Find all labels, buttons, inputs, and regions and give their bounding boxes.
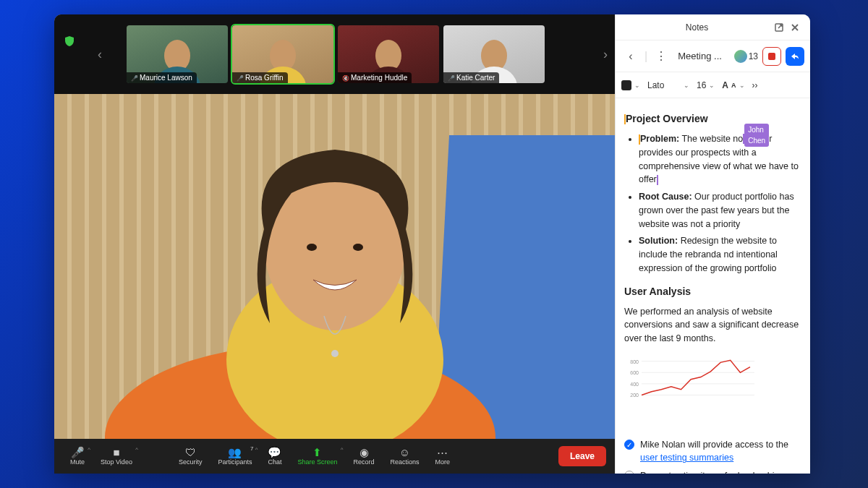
thumbnails-prev-button[interactable]: ‹ [98,47,102,62]
svg-point-12 [353,244,363,251]
task-item: Present action items for leadership (FRI… [624,469,801,474]
active-speaker-video[interactable] [54,94,615,439]
doc-more-icon[interactable]: ⋮ [652,47,671,66]
back-button[interactable]: ‹ [621,47,640,66]
meeting-controls: 🎤Mute^ ■Stop Video^ 🛡Security 👥Participa… [54,439,615,474]
security-button[interactable]: 🛡Security [171,444,210,468]
font-family-select[interactable]: Lato⌄ [647,80,689,90]
svg-text:800: 800 [630,359,639,364]
participants-button[interactable]: 👥Participants7^ [210,444,259,468]
record-button[interactable]: ◉Record [346,444,382,468]
analysis-paragraph: We performed an analysis of website conv… [624,305,801,346]
stop-video-button[interactable]: ■Stop Video^ [93,444,140,468]
reactions-button[interactable]: ☺Reactions [383,444,427,468]
participant-thumbnail[interactable]: Maurice Lawson [127,25,228,83]
task-list: Mike Nolan will provide access to the us… [624,438,801,474]
thumbnail-name-label: Marketing Huddle [338,72,412,83]
thumbnail-name-label: Maurice Lawson [127,72,197,83]
chat-button[interactable]: 💬Chat [260,444,289,468]
format-toolbar: ⌄ Lato⌄ 16⌄ AA⌄ ›› [616,72,810,98]
overview-bullet-list: Problem: The website noJohn Chen longer … [624,132,801,275]
svg-text:200: 200 [630,393,639,398]
notes-panel: Notes ‹ | ⋮ Meeting ... 13 ⌄ Lato⌄ [615,14,810,474]
share-doc-button[interactable] [786,47,804,66]
format-overflow-icon[interactable]: ›› [752,80,758,90]
share-screen-button[interactable]: ⬆Share Screen^ [290,444,344,468]
collaborator-cursor-tag: John Chen [744,124,769,147]
svg-point-11 [307,244,317,251]
thumbnail-strip: ‹ Maurice LawsonRosa GriffinMarketing Hu… [54,14,615,94]
thumbnail-name-label: Katie Carter [443,72,499,83]
leave-button[interactable]: Leave [558,446,606,466]
task-item: Mike Nolan will provide access to the us… [624,438,801,466]
heading-project-overview: Project Overview [624,111,801,127]
conversion-chart: 200400600800 [624,351,754,424]
task-link[interactable]: user testing summaries [640,453,733,463]
doc-title[interactable]: Meeting ... [675,51,729,61]
participant-thumbnail[interactable]: Katie Carter [443,25,545,83]
svg-text:400: 400 [630,382,639,387]
svg-text:600: 600 [630,370,639,375]
text-case-button[interactable]: AA⌄ [722,80,744,90]
participant-thumbnail[interactable]: Rosa Griffin [232,25,333,83]
viewer-count[interactable]: 13 [734,50,758,63]
notes-panel-title: Notes [623,22,771,33]
notes-header: Notes [616,14,810,40]
participant-thumbnail[interactable]: Marketing Huddle [338,25,439,83]
video-pane: ‹ Maurice LawsonRosa GriffinMarketing Hu… [54,14,615,474]
heading-user-analysis: User Analysis [624,284,801,299]
doc-body[interactable]: Project Overview Problem: The website no… [616,98,810,474]
bullet-item: Root Cause: Our product portfolio has gr… [639,190,801,231]
encryption-shield-icon [65,36,74,48]
close-icon[interactable] [787,20,803,35]
bullet-item: Problem: The website noJohn Chen longer … [639,132,801,187]
speaker-figure [161,99,509,439]
bullet-item: Solution: Redesign the website to includ… [639,234,801,275]
thumbnails-next-button[interactable]: › [603,47,608,62]
mute-button[interactable]: 🎤Mute^ [63,444,92,468]
text-color-picker[interactable]: ⌄ [621,80,640,90]
avatar-icon [734,50,747,63]
font-size-select[interactable]: 16⌄ [697,80,715,90]
task-checkbox[interactable] [624,440,634,450]
notes-toolbar: ‹ | ⋮ Meeting ... 13 [616,40,810,72]
more-button[interactable]: ⋯More [428,444,458,468]
task-checkbox[interactable] [624,471,634,474]
thumbnail-name-label: Rosa Griffin [232,72,288,83]
popout-icon[interactable] [771,20,787,35]
svg-point-13 [331,350,339,357]
app-window: ‹ Maurice LawsonRosa GriffinMarketing Hu… [54,14,810,474]
stop-recording-button[interactable] [762,47,781,66]
